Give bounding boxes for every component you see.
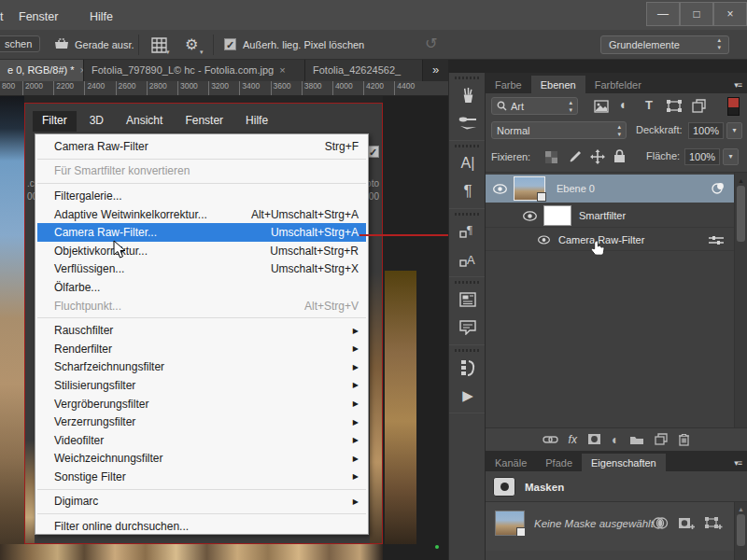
- tab-farbe[interactable]: Farbe: [486, 76, 531, 93]
- character-panel-icon[interactable]: A|: [449, 149, 486, 177]
- menu-item-vergroeberungsfilter[interactable]: Vergröberungsfilter ▶: [35, 395, 368, 413]
- overlay-menu-hilfe[interactable]: Hilfe: [236, 111, 277, 132]
- dock-grip[interactable]: [455, 213, 479, 216]
- filter-adjustment-layers-icon[interactable]: ◐: [620, 97, 627, 112]
- dock-grip[interactable]: [455, 77, 479, 79]
- fill-value-field[interactable]: 100%: [684, 148, 720, 165]
- add-pixel-mask-icon[interactable]: [678, 515, 696, 530]
- lock-position-move-icon[interactable]: [590, 149, 605, 164]
- dock-grip[interactable]: [455, 349, 479, 352]
- history-panel-icon[interactable]: [449, 354, 486, 382]
- workspace-select[interactable]: Grundelemente ▴▾: [600, 35, 729, 54]
- dock-grip[interactable]: [455, 281, 479, 284]
- add-layer-mask-icon[interactable]: [587, 433, 601, 445]
- overlay-menu-3d[interactable]: 3D: [80, 111, 113, 132]
- layer-filter-kind-select[interactable]: Art ▴▾: [491, 97, 578, 115]
- menubar-item-clipped[interactable]: t: [0, 10, 3, 23]
- menu-item-stilisierungsfilter[interactable]: Stilisierungsfilter ▶: [35, 376, 368, 395]
- grid-dropdown-arrow-icon[interactable]: ▾: [166, 49, 170, 56]
- masks-mode-icon[interactable]: [493, 477, 515, 497]
- layer-visibility-eye-icon[interactable]: [493, 184, 507, 194]
- window-close-button[interactable]: ×: [713, 2, 747, 26]
- camera-raw-filter-label[interactable]: Camera Raw-Filter: [558, 234, 644, 245]
- scroll-up-arrow-icon-2[interactable]: ▲: [735, 502, 747, 512]
- smartfilter-thumbnail[interactable]: [543, 205, 571, 226]
- menu-item-camera-raw[interactable]: Camera Raw-Filter Strg+F: [35, 137, 368, 156]
- window-maximize-button[interactable]: □: [680, 2, 713, 26]
- layer-style-fx-icon[interactable]: fx: [569, 433, 577, 446]
- layers-scrollbar[interactable]: ▲: [734, 173, 747, 428]
- layer-thumbnail[interactable]: [514, 176, 545, 201]
- delete-cropped-pixels-checkbox[interactable]: ✓: [224, 38, 236, 50]
- smartfilter-visibility-eye-icon[interactable]: [523, 211, 537, 221]
- layer-row-ebene0[interactable]: Ebene 0: [486, 175, 734, 203]
- camera-raw-visibility-eye-icon[interactable]: [538, 235, 550, 245]
- doc-tab-3[interactable]: Fotolia_42624562_: [305, 60, 423, 81]
- delete-layer-trash-icon[interactable]: [678, 433, 690, 446]
- new-layer-icon[interactable]: [655, 433, 668, 445]
- scrollbar-thumb[interactable]: [737, 186, 745, 242]
- paragraph-styles-panel-icon[interactable]: ¶: [449, 217, 486, 245]
- menu-item-weichzeichnungsfilter[interactable]: Weichzeichnungsfilter ▶: [35, 450, 368, 469]
- brush-panel-icon[interactable]: [449, 81, 486, 109]
- panel-menu-icon[interactable]: ▾≡: [728, 77, 747, 93]
- tab-eigenschaften[interactable]: Eigenschaften: [582, 454, 666, 471]
- actions-panel-icon[interactable]: ▶: [449, 382, 486, 410]
- filter-blending-options-icon[interactable]: [708, 234, 725, 246]
- paragraph-panel-icon[interactable]: ¶: [449, 177, 486, 205]
- properties-scrollbar[interactable]: ▲: [734, 502, 747, 560]
- overlay-menu-filter[interactable]: Filter: [33, 111, 77, 132]
- menu-item-adaptive-weitwinkel[interactable]: Adaptive Weitwinkelkorrektur... Alt+Umsc…: [35, 205, 368, 224]
- lock-pixels-brush-icon[interactable]: [568, 150, 582, 164]
- menu-item-camera-raw-filter-highlighted[interactable]: Camera Raw-Filter... Umschalt+Strg+A: [37, 223, 366, 242]
- smart-filter-indicator-icon[interactable]: [712, 182, 726, 195]
- tab-ebenen[interactable]: Ebenen: [531, 76, 585, 93]
- menu-item-verzerrungsfilter[interactable]: Verzerrungsfilter ▶: [35, 413, 368, 431]
- tab-farbfelder[interactable]: Farbfelder: [585, 76, 651, 93]
- lock-transparency-icon[interactable]: [545, 151, 557, 163]
- panel-menu-icon-2[interactable]: ▾≡: [728, 455, 747, 471]
- menubar-item-hilfe[interactable]: Hilfe: [84, 8, 119, 25]
- window-minimize-button[interactable]: —: [646, 2, 680, 26]
- dock-grip[interactable]: [455, 145, 479, 147]
- grid-overlay-icon[interactable]: [151, 37, 167, 53]
- menu-item-filtergalerie[interactable]: Filtergalerie...: [35, 187, 368, 205]
- lock-all-icon[interactable]: [613, 149, 626, 163]
- layer-filter-toggle[interactable]: [727, 97, 740, 116]
- tab-kanaele[interactable]: Kanäle: [486, 454, 536, 471]
- tab-pfade[interactable]: Pfade: [536, 454, 582, 471]
- add-vector-mask-icon[interactable]: [704, 515, 723, 530]
- clone-source-panel-icon[interactable]: [449, 286, 486, 314]
- doc-tab-2-close-icon[interactable]: ×: [279, 64, 285, 76]
- menu-item-scharfzeichnungsfilter[interactable]: Scharfzeichnungsfilter ▶: [35, 358, 368, 377]
- opacity-value-field[interactable]: 100%: [688, 122, 724, 139]
- menu-item-videofilter[interactable]: Videofilter ▶: [35, 431, 368, 450]
- tab-overflow-chevron[interactable]: »: [423, 60, 448, 81]
- filter-smart-objects-icon[interactable]: [692, 99, 706, 113]
- opacity-dropdown-button[interactable]: ▾: [726, 122, 742, 139]
- mask-target-thumbnail[interactable]: [495, 511, 525, 536]
- layer-row-smartfilter[interactable]: Smartfilter: [486, 203, 734, 228]
- menu-item-oelfarbe[interactable]: Ölfarbe...: [35, 278, 368, 297]
- overlay-menu-fenster[interactable]: Fenster: [176, 111, 233, 132]
- character-styles-panel-icon[interactable]: A: [449, 245, 486, 273]
- gear-dropdown-arrow-icon[interactable]: ▾: [200, 49, 204, 56]
- filter-pixel-layers-icon[interactable]: [594, 100, 609, 113]
- brush-presets-panel-icon[interactable]: [449, 109, 486, 137]
- blend-mode-select[interactable]: Normal ▴▾: [491, 121, 627, 139]
- menu-item-rauschfilter[interactable]: Rauschfilter ▶: [35, 321, 368, 340]
- new-group-folder-icon[interactable]: [629, 434, 644, 445]
- straighten-button[interactable]: Gerade ausr.: [75, 39, 134, 50]
- menu-item-objektivkorrektur[interactable]: Objektivkorrektur... Umschalt+Strg+R: [35, 242, 368, 260]
- smartfilter-label[interactable]: Smartfilter: [579, 210, 626, 221]
- layer-name[interactable]: Ebene 0: [557, 183, 595, 194]
- doc-tab-2[interactable]: Fotolia_797890_L© hc - Fotolia.com.jpg×: [84, 60, 305, 81]
- mask-intersect-icon[interactable]: [652, 516, 669, 530]
- layer-row-camera-raw-filter[interactable]: Camera Raw-Filter: [486, 229, 734, 251]
- overlay-menu-ansicht[interactable]: Ansicht: [117, 111, 172, 132]
- scrollbar-thumb-2[interactable]: [737, 514, 745, 546]
- menu-item-filter-online[interactable]: Filter online durchsuchen...: [35, 517, 368, 536]
- notes-panel-icon[interactable]: [449, 314, 486, 342]
- clipped-delete-button[interactable]: schen: [0, 35, 40, 52]
- reset-undo-icon[interactable]: ↺: [425, 35, 437, 52]
